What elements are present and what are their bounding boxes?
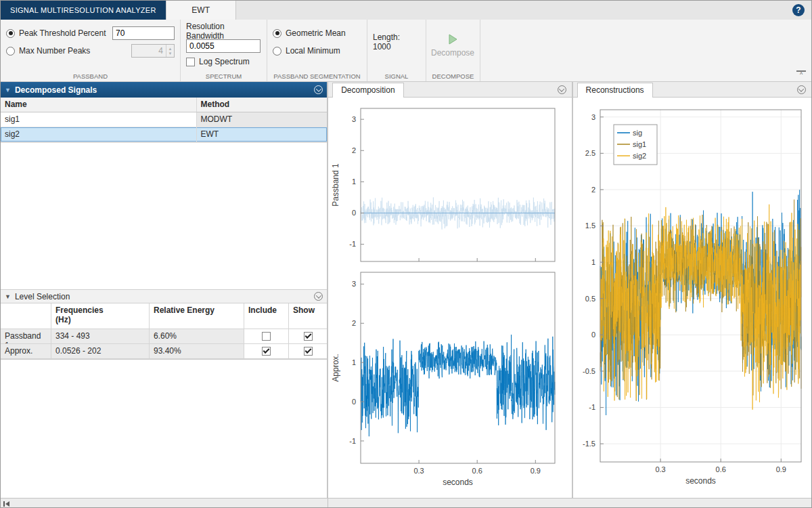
level-selection-section: ▼ Level Selection Frequencies (Hz) Relat… <box>1 289 327 360</box>
decomposition-tab-strip: Decomposition <box>328 82 571 98</box>
svg-text:0.5: 0.5 <box>585 295 595 303</box>
svg-text:seconds: seconds <box>685 476 716 486</box>
svg-text:2.5: 2.5 <box>585 149 595 157</box>
svg-text:0.3: 0.3 <box>655 465 665 473</box>
help-button[interactable]: ? <box>792 4 805 16</box>
status-bar <box>1 498 811 508</box>
decomposed-signals-header[interactable]: ▼ Decomposed Signals <box>1 82 327 98</box>
svg-text:1: 1 <box>591 258 595 266</box>
log-spectrum-label: Log Spectrum <box>199 57 250 66</box>
svg-text:-1.5: -1.5 <box>583 440 595 448</box>
reconstructions-plot[interactable]: -1.5-1-0.500.511.522.530.30.60.9secondss… <box>574 103 811 494</box>
svg-text:0: 0 <box>352 398 356 406</box>
include-checkbox[interactable] <box>262 332 271 341</box>
svg-text:1: 1 <box>352 177 356 186</box>
svg-text:0.3: 0.3 <box>414 467 424 475</box>
status-bar-right <box>328 499 811 508</box>
frequencies-cell: 334 - 493 <box>51 329 150 343</box>
level-selection-header[interactable]: ▼ Level Selection <box>1 289 327 303</box>
resolution-bandwidth-input[interactable] <box>186 39 261 53</box>
table-row-sig2[interactable]: sig2 EWT <box>1 127 327 142</box>
peak-threshold-radio[interactable] <box>6 29 15 38</box>
svg-text:3: 3 <box>352 115 356 123</box>
stepper-down-icon[interactable]: ▼ <box>168 51 173 56</box>
geometric-mean-radio[interactable] <box>273 29 281 38</box>
collapse-triangle-icon[interactable]: ▼ <box>5 87 11 93</box>
tab-reconstructions[interactable]: Reconstructions <box>577 83 653 98</box>
show-checkbox[interactable] <box>304 347 313 356</box>
max-peaks-value: 4 <box>132 46 166 56</box>
level-row-passband1: Passband 1 334 - 493 6.60% <box>1 329 327 344</box>
max-peaks-radio[interactable] <box>6 47 15 56</box>
log-spectrum-checkbox[interactable] <box>186 58 195 66</box>
svg-text:sig2: sig2 <box>633 152 646 160</box>
panel-minimize-icon[interactable] <box>558 85 566 94</box>
play-icon <box>447 33 459 45</box>
level-row-label: Approx. <box>1 344 51 358</box>
decompose-button[interactable]: Decompose <box>432 26 474 65</box>
level-row-approx: Approx. 0.0526 - 202 93.40% <box>1 344 327 359</box>
svg-text:0: 0 <box>352 209 356 217</box>
collapse-panel-icon[interactable] <box>3 501 9 507</box>
decompose-section-label: DECOMPOSE <box>426 72 480 80</box>
svg-text:1: 1 <box>352 358 356 366</box>
stepper-up-icon[interactable]: ▲ <box>168 47 173 51</box>
segmentation-section-label: PASSBAND SEGMENTATION <box>267 72 367 80</box>
collapse-triangle-icon[interactable]: ▼ <box>5 293 11 300</box>
decomposed-signals-table: Name Method sig1 MODWT sig2 EWT <box>1 98 327 143</box>
tab-decomposition[interactable]: Decomposition <box>332 83 403 98</box>
signal-section-label: SIGNAL <box>367 72 426 80</box>
column-header-method[interactable]: Method <box>197 98 328 112</box>
reconstructions-tab-strip: Reconstructions <box>573 82 811 98</box>
show-cell <box>289 329 327 343</box>
svg-text:3: 3 <box>591 113 595 121</box>
panel-minimize-icon[interactable] <box>314 292 323 301</box>
app-title-tab[interactable]: SIGNAL MULTIRESOLUTION ANALYZER <box>1 1 166 20</box>
svg-text:-1: -1 <box>589 403 595 411</box>
svg-text:0.9: 0.9 <box>775 465 786 473</box>
svg-text:sig: sig <box>633 129 642 137</box>
include-checkbox[interactable] <box>262 347 271 356</box>
decomposed-signals-panel: ▼ Decomposed Signals Name Method sig1 MO… <box>1 82 327 498</box>
level-selection-title: Level Selection <box>15 292 70 301</box>
peak-threshold-label: Peak Threshold Percent <box>19 28 108 38</box>
table-row-sig1[interactable]: sig1 MODWT <box>1 112 327 127</box>
main-area: ▼ Decomposed Signals Name Method sig1 MO… <box>1 82 811 498</box>
toolstrip: Peak Threshold Percent Max Number Peaks … <box>1 20 811 82</box>
stepper-arrows-icon[interactable]: ▲▼ <box>166 45 174 57</box>
svg-text:Approx.: Approx. <box>331 354 340 381</box>
collapse-toolstrip-icon[interactable]: ^ <box>796 70 806 77</box>
panel-minimize-icon[interactable] <box>797 85 806 94</box>
toolstrip-filler: ^ <box>480 20 811 81</box>
level-selection-table: Frequencies (Hz) Relative Energy Include… <box>1 303 327 360</box>
status-bar-left <box>1 499 328 508</box>
svg-text:3: 3 <box>352 280 356 288</box>
svg-text:-0.5: -0.5 <box>583 367 595 375</box>
column-header-frequencies-label: Frequencies (Hz) <box>55 305 113 324</box>
tab-ewt[interactable]: EWT <box>166 1 236 20</box>
show-checkbox[interactable] <box>304 332 313 341</box>
signal-name-cell[interactable]: sig2 <box>1 127 197 142</box>
passband-section-label: PASSBAND <box>1 72 180 80</box>
signal-name-cell[interactable]: sig1 <box>1 112 197 127</box>
approx-plot[interactable]: -101230.30.60.9secondsApprox. <box>330 268 570 494</box>
spectrum-section-label: SPECTRUM <box>181 72 267 80</box>
signal-method-cell: MODWT <box>197 112 328 127</box>
local-minimum-label: Local Minimum <box>286 46 340 56</box>
peak-threshold-input[interactable] <box>112 26 175 40</box>
panel-minimize-icon[interactable] <box>314 85 323 94</box>
svg-text:sig1: sig1 <box>633 140 646 148</box>
local-minimum-radio[interactable] <box>273 47 281 56</box>
resolution-bandwidth-label: Resolution Bandwidth <box>186 22 261 41</box>
passband1-plot[interactable]: -10123Passband 1 <box>330 103 570 266</box>
column-header-name[interactable]: Name <box>1 98 197 112</box>
svg-text:0.6: 0.6 <box>472 467 482 475</box>
table-header-row: Name Method <box>1 98 327 112</box>
decompose-button-label: Decompose <box>431 48 474 58</box>
reconstructions-plot-area: -1.5-1-0.500.511.522.530.30.60.9secondss… <box>573 98 811 497</box>
tab-bar-filler <box>236 1 811 20</box>
svg-text:0.6: 0.6 <box>715 465 725 473</box>
max-peaks-stepper[interactable]: 4 ▲▼ <box>131 44 175 58</box>
svg-text:0: 0 <box>591 331 595 339</box>
include-cell <box>244 329 289 343</box>
